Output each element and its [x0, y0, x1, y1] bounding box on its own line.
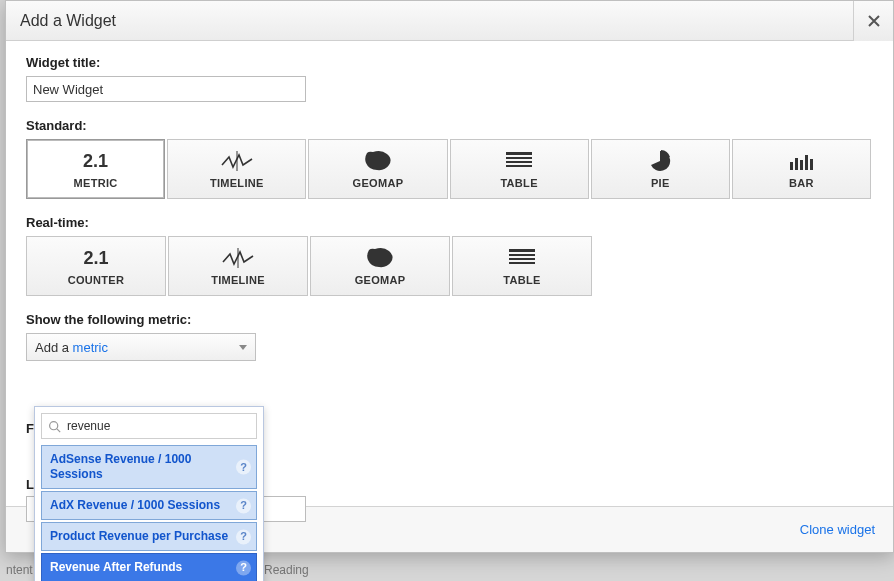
realtime-type-timeline[interactable]: TIMELINE: [168, 236, 308, 296]
help-icon[interactable]: ?: [236, 560, 251, 575]
metric-option-label: AdSense Revenue / 1000 Sessions: [50, 452, 191, 481]
standard-type-label: TABLE: [500, 177, 537, 189]
chevron-down-icon: [239, 345, 247, 350]
svg-rect-11: [509, 249, 535, 252]
svg-rect-14: [509, 262, 535, 264]
background-text-fragment: Reading: [258, 559, 315, 581]
svg-rect-5: [790, 162, 793, 170]
close-button[interactable]: [853, 1, 893, 41]
realtime-type-counter[interactable]: 2.1COUNTER: [26, 236, 166, 296]
metric-option-label: AdX Revenue / 1000 Sessions: [50, 498, 220, 512]
modal-title: Add a Widget: [20, 12, 116, 30]
svg-rect-9: [810, 159, 813, 170]
realtime-type-table[interactable]: TABLE: [452, 236, 592, 296]
standard-type-label: GEOMAP: [353, 177, 404, 189]
svg-rect-1: [506, 152, 532, 155]
standard-type-label: BAR: [789, 177, 814, 189]
realtime-type-label: COUNTER: [68, 274, 125, 286]
help-icon[interactable]: ?: [236, 529, 251, 544]
add-metric-dropdown[interactable]: Add a metric: [26, 333, 256, 361]
realtime-type-label: GEOMAP: [355, 274, 406, 286]
realtime-type-label: TIMELINE: [211, 274, 265, 286]
standard-type-pie[interactable]: PIE: [591, 139, 730, 199]
metric-option[interactable]: AdSense Revenue / 1000 Sessions?: [41, 445, 257, 489]
standard-type-label: TIMELINE: [210, 177, 264, 189]
metric-dropdown-panel: AdSense Revenue / 1000 Sessions?AdX Reve…: [34, 406, 264, 581]
svg-rect-2: [506, 157, 532, 159]
help-icon[interactable]: ?: [236, 498, 251, 513]
standard-type-timeline[interactable]: TIMELINE: [167, 139, 306, 199]
metric-option-label: Product Revenue per Purchase: [50, 529, 228, 543]
svg-rect-12: [509, 254, 535, 256]
metric-search-input[interactable]: [67, 419, 250, 433]
metric-option-label: Revenue After Refunds: [50, 560, 182, 574]
widget-title-label: Widget title:: [26, 55, 873, 70]
metric-search-box[interactable]: [41, 413, 257, 439]
svg-line-16: [57, 428, 60, 431]
svg-point-15: [50, 421, 58, 429]
svg-rect-7: [800, 160, 803, 170]
realtime-section-label: Real-time:: [26, 215, 873, 230]
svg-rect-4: [506, 165, 532, 167]
add-widget-modal: Add a Widget Widget title: Standard: 2.1…: [5, 0, 894, 553]
standard-type-metric[interactable]: 2.1METRIC: [26, 139, 165, 199]
help-icon[interactable]: ?: [236, 460, 251, 475]
realtime-type-geomap[interactable]: GEOMAP: [310, 236, 450, 296]
realtime-type-label: TABLE: [503, 274, 540, 286]
metric-option[interactable]: Product Revenue per Purchase?: [41, 522, 257, 551]
standard-type-geomap[interactable]: GEOMAP: [308, 139, 447, 199]
search-icon: [48, 420, 61, 433]
clone-widget-link[interactable]: Clone widget: [800, 522, 875, 537]
svg-rect-6: [795, 158, 798, 170]
close-icon: [867, 14, 881, 28]
metric-option[interactable]: AdX Revenue / 1000 Sessions?: [41, 491, 257, 520]
background-text-fragment: ntent: [0, 559, 39, 581]
add-metric-dropdown-text: Add a metric: [35, 340, 108, 355]
svg-rect-8: [805, 155, 808, 170]
show-metric-label: Show the following metric:: [26, 312, 873, 327]
standard-type-label: METRIC: [74, 177, 118, 189]
svg-rect-3: [506, 161, 532, 163]
standard-type-bar[interactable]: BAR: [732, 139, 871, 199]
standard-section-label: Standard:: [26, 118, 873, 133]
metric-option[interactable]: Revenue After Refunds?: [41, 553, 257, 581]
modal-header: Add a Widget: [6, 1, 893, 41]
truncated-label: F: [26, 421, 34, 436]
standard-type-label: PIE: [651, 177, 670, 189]
standard-type-table[interactable]: TABLE: [450, 139, 589, 199]
widget-title-input[interactable]: [26, 76, 306, 102]
truncated-label: L: [26, 477, 34, 492]
svg-rect-13: [509, 258, 535, 260]
